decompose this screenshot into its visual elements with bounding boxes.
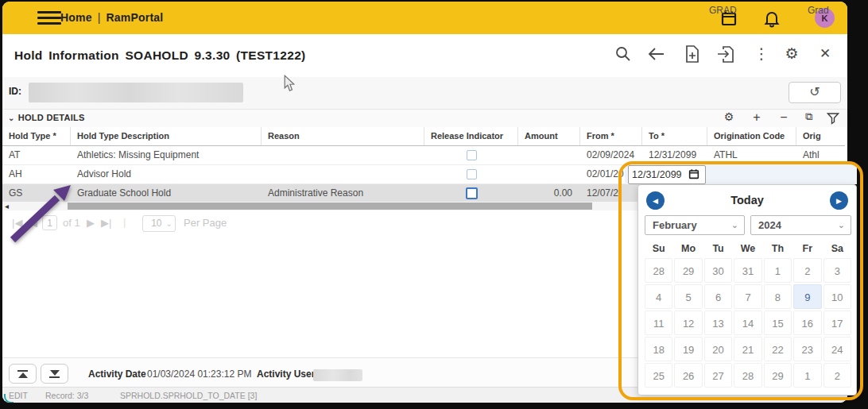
notifications-bell-icon[interactable] [762, 9, 781, 28]
chevron-down-icon: ⌄ [731, 216, 738, 234]
day-cell[interactable]: 15 [764, 311, 792, 335]
open-related-document-icon[interactable] [715, 44, 736, 64]
section-settings-gear-icon[interactable]: ⚙ [720, 110, 738, 126]
day-cell[interactable]: 20 [704, 337, 732, 361]
day-cell[interactable]: 1 [764, 258, 792, 283]
screen: Home|RamPortal K Hold Information SOAHOL… [0, 0, 868, 409]
menu-icon[interactable] [37, 11, 61, 25]
day-cell[interactable]: 7 [734, 284, 761, 309]
day-cell[interactable]: 9 [793, 284, 821, 309]
last-page-button[interactable]: ▶| [101, 217, 111, 229]
scroll-left-icon[interactable]: ◂ [5, 202, 9, 210]
release-indicator-cell [424, 165, 518, 183]
next-page-button[interactable]: ▶ [87, 217, 95, 229]
page-number-input[interactable]: 1 [42, 215, 57, 230]
scrollbar-thumb[interactable] [68, 203, 592, 210]
column-header[interactable]: Hold Type * [2, 127, 71, 145]
release-indicator-checkbox[interactable] [467, 169, 477, 179]
prev-page-button[interactable]: ◀ [29, 217, 37, 229]
day-cell[interactable]: 13 [704, 311, 732, 335]
day-cell[interactable]: 29 [764, 363, 792, 388]
day-cell[interactable]: 17 [823, 311, 851, 335]
day-cell[interactable]: 18 [645, 337, 672, 361]
day-cell[interactable]: 2 [793, 258, 821, 283]
row-orig-description: Grad [808, 5, 829, 16]
date-input[interactable] [629, 169, 688, 180]
day-cell[interactable]: 21 [734, 337, 761, 361]
day-of-week-header: We [734, 241, 761, 257]
undo-button[interactable]: ↺ [789, 82, 841, 103]
column-header[interactable]: Orig [796, 127, 845, 145]
table-row[interactable]: ATAthletics: Missing Equipment02/09/2024… [2, 146, 845, 165]
delete-record-icon[interactable]: − [775, 110, 792, 126]
settings-gear-icon[interactable]: ⚙ [781, 44, 802, 64]
release-indicator-checkbox[interactable] [466, 187, 478, 199]
day-cell[interactable]: 29 [674, 258, 702, 283]
search-icon[interactable] [613, 44, 634, 64]
id-input-redacted[interactable] [29, 83, 243, 102]
breadcrumb-divider: | [98, 11, 101, 24]
day-cell[interactable]: 24 [823, 337, 851, 361]
day-cell[interactable]: 19 [674, 337, 702, 361]
release-indicator-checkbox[interactable] [467, 150, 477, 160]
column-header[interactable]: Hold Type Description [71, 127, 262, 145]
home-link[interactable]: Home [60, 11, 92, 24]
column-header[interactable]: Release Indicator [424, 127, 518, 145]
day-cell[interactable]: 25 [645, 363, 672, 388]
triangle-down-icon [50, 370, 60, 376]
go-to-bottom-button[interactable] [41, 364, 68, 384]
day-cell[interactable]: 5 [674, 284, 702, 309]
year-select[interactable]: 2024⌄ [750, 215, 851, 235]
first-page-button[interactable]: |◀ [12, 217, 22, 229]
column-header[interactable]: From * [580, 127, 642, 145]
per-page-select[interactable]: 10⌄ [142, 215, 176, 232]
calendar-toggle-icon[interactable] [688, 168, 702, 182]
pagination-divider: | [123, 216, 126, 228]
column-header[interactable]: Reason [262, 127, 424, 145]
cell-amount: 0.00 [518, 184, 580, 203]
day-cell[interactable]: 6 [704, 284, 732, 309]
day-of-week-header: Sa [823, 241, 851, 257]
add-document-icon[interactable] [682, 44, 703, 64]
day-cell[interactable]: 22 [764, 337, 792, 361]
column-header[interactable]: Amount [518, 127, 580, 145]
cell-orig: Athl [796, 146, 845, 164]
cell-hold-type: AH [2, 165, 71, 183]
day-cell[interactable]: 27 [704, 363, 732, 388]
day-cell[interactable]: 11 [645, 311, 672, 335]
day-cell[interactable]: 3 [823, 258, 851, 283]
day-cell[interactable]: 14 [734, 311, 761, 335]
column-header[interactable]: To * [642, 127, 707, 145]
day-cell[interactable]: 26 [674, 363, 702, 388]
day-cell[interactable]: 28 [645, 258, 672, 283]
more-options-kebab-icon[interactable]: ⋮ [751, 44, 772, 64]
page-count-label: of 1 [63, 217, 80, 229]
day-cell[interactable]: 12 [674, 311, 702, 335]
back-arrow-icon[interactable] [646, 44, 667, 64]
go-to-top-button[interactable] [9, 364, 37, 384]
day-cell[interactable]: 31 [734, 258, 761, 283]
column-header[interactable]: Origination Code [707, 127, 796, 145]
calendar-grid: SuMoTuWeThFrSa28293031123456789101112131… [645, 241, 851, 388]
today-label: Today [638, 194, 856, 206]
insert-record-icon[interactable]: + [748, 110, 765, 126]
close-icon[interactable]: ✕ [815, 44, 835, 64]
day-cell[interactable]: 30 [704, 258, 732, 283]
day-cell[interactable]: 23 [793, 337, 821, 361]
day-cell[interactable]: 10 [823, 284, 851, 309]
day-cell[interactable]: 8 [764, 284, 792, 309]
next-month-button[interactable]: ▶ [830, 191, 848, 210]
cell-reason [262, 165, 424, 183]
cell-amount [518, 146, 580, 164]
day-cell[interactable]: 28 [734, 363, 761, 388]
day-of-week-header: Mo [674, 241, 702, 257]
day-cell[interactable]: 4 [645, 284, 672, 309]
month-select[interactable]: February⌄ [645, 215, 745, 235]
day-cell[interactable]: 2 [823, 363, 851, 388]
section-header[interactable]: ⌄HOLD DETAILS ⚙ + − ⧉ [2, 109, 847, 127]
day-cell[interactable]: 1 [793, 363, 821, 388]
portal-link[interactable]: RamPortal [107, 11, 164, 24]
filter-icon[interactable] [824, 110, 842, 126]
day-cell[interactable]: 16 [793, 311, 821, 335]
copy-record-icon[interactable]: ⧉ [800, 110, 818, 126]
